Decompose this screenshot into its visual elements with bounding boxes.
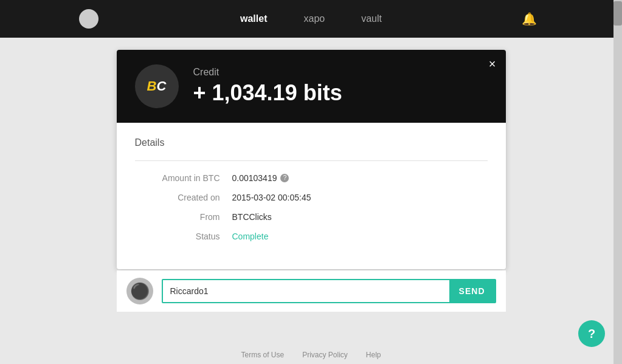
avatar-icon: ⚫	[130, 283, 150, 299]
terms-link[interactable]: Terms of Use	[241, 351, 284, 359]
status-row: Status Complete	[135, 232, 488, 241]
bell-icon[interactable]: 🔔	[522, 12, 537, 26]
footer-links: Terms of Use Privacy Policy Help	[0, 351, 622, 359]
comment-box: ⚫ SEND	[117, 270, 506, 312]
nav-avatar	[79, 9, 98, 29]
top-nav: wallet xapo vault 🔔	[0, 0, 622, 38]
from-value: BTCClicks	[232, 212, 272, 222]
credit-header: BC Credit + 1,034.19 bits ×	[117, 50, 506, 123]
nav-wallet[interactable]: wallet	[240, 13, 267, 24]
created-label: Created on	[135, 193, 232, 202]
amount-row: Amount in BTC 0.00103419 ?	[135, 173, 488, 183]
bc-logo: BC	[135, 64, 179, 108]
nav-xapo[interactable]: xapo	[303, 13, 325, 24]
created-value: 2015-03-02 00:05:45	[232, 193, 311, 202]
details-section: Details Amount in BTC 0.00103419 ? Creat…	[117, 123, 506, 269]
credit-label: Credit	[193, 67, 342, 78]
close-button[interactable]: ×	[489, 57, 496, 71]
nav-vault[interactable]: vault	[361, 13, 382, 24]
from-label: From	[135, 212, 232, 222]
bc-b: B	[147, 78, 157, 94]
transaction-modal: BC Credit + 1,034.19 bits × Details Amou…	[117, 50, 506, 269]
amount-label: Amount in BTC	[135, 173, 232, 183]
help-button[interactable]: ?	[578, 320, 605, 347]
divider	[135, 160, 488, 161]
credit-info: Credit + 1,034.19 bits	[193, 67, 342, 106]
status-value: Complete	[232, 232, 269, 241]
user-avatar: ⚫	[126, 278, 153, 304]
from-row: From BTCClicks	[135, 212, 488, 222]
comment-input[interactable]	[163, 280, 449, 302]
bc-c: C	[157, 78, 167, 94]
amount-value: 0.00103419	[232, 173, 277, 183]
comment-input-wrapper: SEND	[162, 279, 496, 303]
send-button[interactable]: SEND	[449, 280, 495, 302]
credit-amount: + 1,034.19 bits	[193, 80, 342, 106]
created-row: Created on 2015-03-02 00:05:45	[135, 193, 488, 202]
scrollbar-thumb[interactable]	[613, 1, 622, 26]
details-title: Details	[135, 137, 488, 148]
help-link[interactable]: Help	[366, 351, 381, 359]
nav-links: wallet xapo vault	[240, 13, 382, 24]
bc-logo-text: BC	[147, 78, 167, 94]
privacy-link[interactable]: Privacy Policy	[302, 351, 348, 359]
main-content: BC Credit + 1,034.19 bits × Details Amou…	[0, 38, 622, 312]
status-label: Status	[135, 232, 232, 241]
scrollbar[interactable]	[613, 0, 622, 364]
info-icon[interactable]: ?	[280, 174, 289, 182]
